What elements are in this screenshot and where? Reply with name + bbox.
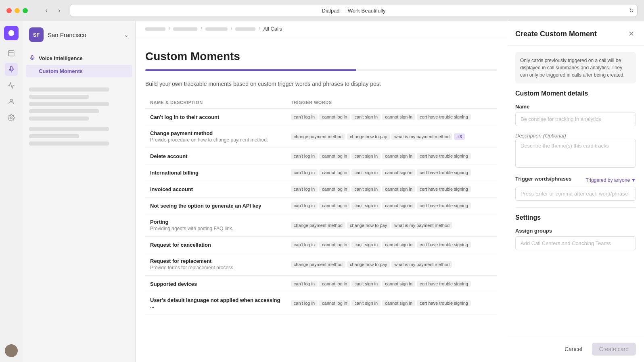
trigger-tag: what is my payment method xyxy=(391,222,452,229)
trigger-tag: cannot log in xyxy=(319,300,350,306)
sidebar-icon-analytics[interactable] xyxy=(5,79,18,92)
trigger-tag: can't sign in xyxy=(351,202,381,209)
trigger-tag: change payment method xyxy=(291,261,345,268)
cancel-button[interactable]: Cancel xyxy=(560,343,587,356)
app: SF San Francisco ⌄ Voice Intelligence Cu… xyxy=(0,21,644,362)
table-row[interactable]: Can't log in to their accountcan't log i… xyxy=(145,108,497,125)
trigger-field-group: Trigger words/phrases Triggered by anyon… xyxy=(515,176,636,201)
maximize-button[interactable] xyxy=(23,8,28,13)
col-header-name: NAME & DESCRIPTION xyxy=(145,97,286,108)
trigger-tag: change payment method xyxy=(291,133,345,140)
table-row[interactable]: Invoiced accountcan't log incannot log i… xyxy=(145,181,497,198)
trigger-tags-cell: change payment methodchange how to paywh… xyxy=(286,253,497,276)
description-input[interactable] xyxy=(515,139,636,168)
trigger-tag: can't sign in xyxy=(351,241,381,248)
trigger-label: Trigger words/phrases xyxy=(515,176,571,182)
trigger-tag: change payment method xyxy=(291,222,345,229)
moment-name-cell: PortingProviding agents with porting FAQ… xyxy=(145,214,286,237)
reload-button[interactable]: ↻ xyxy=(629,7,634,14)
trigger-tags-cell: can't log incannot log incan't sign inca… xyxy=(286,237,497,253)
trigger-row: Trigger words/phrases Triggered by anyon… xyxy=(515,176,636,184)
sidebar-skeleton xyxy=(23,78,135,152)
table-row[interactable]: Delete accountcan't log incannot log inc… xyxy=(145,148,497,164)
workspace-header[interactable]: SF San Francisco ⌄ xyxy=(23,21,135,48)
sidebar-icon-settings[interactable] xyxy=(5,111,18,124)
panel-section-title: Custom Moment details xyxy=(515,90,636,97)
chevron-down-icon: ⌄ xyxy=(124,31,129,38)
trigger-tag: can't log in xyxy=(291,153,318,159)
trigger-tag: cert have trouble signing xyxy=(417,300,471,306)
trigger-tags-cell: can't log incannot log incan't sign inca… xyxy=(286,292,497,314)
icon-sidebar xyxy=(0,21,23,362)
trigger-tag: cannot log in xyxy=(319,186,350,192)
right-panel: Create Custom Moment ✕ Only cards previo… xyxy=(507,21,644,362)
workspace-name: San Francisco xyxy=(48,31,120,38)
moment-name-cell: Invoiced account xyxy=(145,181,286,198)
trigger-tag: cert have trouble signing xyxy=(417,186,471,192)
trigger-tag: change how to pay xyxy=(347,133,390,140)
sidebar-icon-home[interactable] xyxy=(5,47,18,60)
create-card-button[interactable]: Create card xyxy=(592,343,636,356)
app-logo xyxy=(4,26,19,40)
description-optional: (Optional) xyxy=(543,133,566,139)
col-header-triggers: TRIGGER WORDS xyxy=(286,97,497,108)
table-row[interactable]: Change payment methodProvide procedure o… xyxy=(145,125,497,148)
name-input[interactable] xyxy=(515,112,636,126)
content-area: Custom Moments Build your own trackable … xyxy=(136,37,507,362)
nav-item-custom-moments[interactable]: Custom Moments xyxy=(26,65,132,77)
moment-name: Delete account xyxy=(150,153,281,159)
moment-name-cell: Not seeing the option to generate an API… xyxy=(145,198,286,214)
panel-title: Create Custom Moment xyxy=(515,30,597,38)
trigger-tag: cannot log in xyxy=(319,202,350,209)
user-avatar[interactable] xyxy=(5,344,18,357)
trigger-tag: cannot log in xyxy=(319,241,350,248)
moment-name-cell: Delete account xyxy=(145,148,286,164)
triggered-by-dropdown[interactable]: Triggered by anyone ▼ xyxy=(585,177,636,183)
breadcrumb-sep2: / xyxy=(201,26,202,32)
trigger-tag: can't sign in xyxy=(351,186,381,192)
url-bar[interactable]: Dialpad — Work Beautifully ↻ xyxy=(70,4,638,17)
trigger-tag: can't sign in xyxy=(351,169,381,176)
svg-rect-1 xyxy=(8,50,14,56)
trigger-tag: cannot log in xyxy=(319,114,350,120)
assign-label: Assign groups xyxy=(515,228,636,234)
trigger-tag: cannot sign in xyxy=(382,186,415,192)
table-row[interactable]: Not seeing the option to generate an API… xyxy=(145,198,497,214)
chevron-down-icon: ▼ xyxy=(631,177,636,183)
table-row[interactable]: Request for cancellationcan't log incann… xyxy=(145,237,497,253)
trigger-tag: cannot sign in xyxy=(382,281,415,287)
panel-close-button[interactable]: ✕ xyxy=(626,29,636,39)
table-row[interactable]: International billingcan't log incannot … xyxy=(145,164,497,181)
trigger-tags-cell: can't log incannot log incan't sign inca… xyxy=(286,108,497,125)
trigger-tag: what is my payment method xyxy=(391,133,452,140)
workspace-avatar: SF xyxy=(29,27,44,42)
assign-groups-input[interactable] xyxy=(515,236,636,250)
table-row[interactable]: Supported devicescan't log incannot log … xyxy=(145,276,497,292)
nav-buttons: ‹ › xyxy=(41,5,65,16)
table-row[interactable]: Request for replacementProvide forms for… xyxy=(145,253,497,276)
sidebar-icon-voice[interactable] xyxy=(5,63,18,76)
breadcrumb-sep4: / xyxy=(259,26,260,32)
trigger-input[interactable] xyxy=(515,187,636,201)
moment-name: Change payment method xyxy=(150,130,281,136)
moment-name: Not seeing the option to generate an API… xyxy=(150,203,281,209)
trigger-tag: cannot log in xyxy=(319,281,350,287)
trigger-tag: cannot sign in xyxy=(382,169,415,176)
moment-name-cell: User's default language not applied when… xyxy=(145,292,286,314)
trigger-tags-cell: can't log incannot log incan't sign inca… xyxy=(286,148,497,164)
sidebar-icon-contacts[interactable] xyxy=(5,95,18,108)
moment-name: Request for replacement xyxy=(150,258,281,264)
forward-button[interactable]: › xyxy=(54,5,65,16)
back-button[interactable]: ‹ xyxy=(41,5,52,16)
table-row[interactable]: PortingProviding agents with porting FAQ… xyxy=(145,214,497,237)
trigger-tag: can't sign in xyxy=(351,114,381,120)
minimize-button[interactable] xyxy=(15,8,20,13)
moment-desc: Provide forms for replacement process. xyxy=(150,265,281,270)
trigger-tag: cert have trouble signing xyxy=(417,241,471,248)
breadcrumb-current: All Calls xyxy=(263,26,282,32)
settings-title: Settings xyxy=(515,214,636,221)
trigger-tag: change how to pay xyxy=(347,261,390,268)
table-row[interactable]: User's default language not applied when… xyxy=(145,292,497,314)
moment-name-cell: Can't log in to their account xyxy=(145,108,286,125)
close-button[interactable] xyxy=(6,8,12,13)
